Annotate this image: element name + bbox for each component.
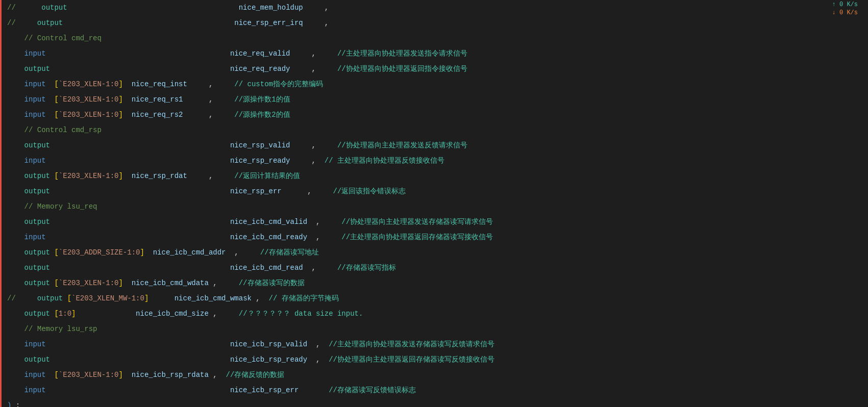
code-line: input [`E203_XLEN-1:0] nice_icb_rsp_rdat… — [7, 367, 868, 383]
token-comment-zh: // custom指令的完整编码 — [234, 77, 323, 92]
token-text-gray — [7, 138, 24, 153]
token-bracket: [ — [54, 77, 58, 92]
token-punctuation: , — [290, 153, 325, 168]
token-signal-name: nice_rsp_err_irq — [63, 15, 303, 31]
code-area[interactable]: // output nice_mem_holdup ,// output nic… — [2, 0, 868, 407]
token-text-gray — [16, 291, 37, 306]
token-comment-slash: // Control cmd_req — [24, 31, 102, 46]
token-bracket: ] — [118, 275, 122, 291]
code-line: output nice_icb_cmd_valid , //协处理器向主处理器发… — [7, 214, 868, 230]
code-line: // output nice_mem_holdup , — [7, 0, 868, 15]
code-line: output nice_icb_rsp_ready , //协处理器向主处理器返… — [7, 352, 868, 367]
token-signal-name: nice_icb_rsp_rdata — [123, 367, 209, 383]
token-signal-name: nice_icb_cmd_size — [76, 306, 208, 321]
token-text-gray — [16, 15, 37, 31]
token-text-gray — [7, 321, 24, 337]
token-text-gray — [50, 306, 54, 321]
token-text-gray — [7, 122, 24, 138]
token-bracket-content: `E203_XLEN-1:0 — [59, 92, 119, 107]
token-signal-name: nice_rsp_err — [50, 184, 282, 199]
token-kw-output: output — [37, 15, 63, 31]
token-bracket: ] — [118, 168, 122, 184]
token-text-gray — [16, 0, 41, 15]
code-line: input [`E203_XLEN-1:0] nice_req_rs2 , //… — [7, 107, 868, 122]
token-bracket: ] — [118, 367, 122, 383]
token-comment-slash: // Memory lsu_rsp — [24, 321, 97, 337]
token-comment-zh: //存储器读写地址 — [260, 245, 319, 260]
token-punctuation: , — [303, 15, 329, 31]
code-line: output [1:0] nice_icb_cmd_size , //？？？？？… — [7, 306, 868, 321]
token-comment-zh: //协处理器向主处理器发送反馈请求信号 — [337, 138, 467, 153]
token-text-gray — [7, 46, 24, 61]
token-bracket: ] — [144, 291, 148, 306]
token-punctuation: , — [209, 367, 226, 383]
token-signal-name: nice_req_inst — [123, 77, 187, 92]
token-bracket-content: `E203_XLEN-1:0 — [59, 275, 119, 291]
token-punctuation: , — [183, 107, 235, 122]
token-text-gray — [7, 230, 24, 245]
code-line: // Control cmd_rsp — [7, 122, 868, 138]
token-text-gray — [7, 107, 24, 122]
token-punctuation: , — [290, 61, 337, 77]
code-line: ) ; — [7, 398, 868, 407]
token-comment-zh: //主处理器向协处理器返回存储器读写接收信号 — [341, 230, 493, 245]
token-bracket-content: 1:0 — [59, 306, 71, 321]
token-signal-name: nice_rsp_ready — [46, 153, 290, 168]
token-signal-name: nice_req_rs2 — [123, 107, 183, 122]
token-punctuation: , — [307, 337, 329, 352]
download-speed: ↓ 0 K/s — [832, 9, 858, 16]
token-text-gray — [63, 291, 67, 306]
token-comment-zh: //返回计算结果的值 — [234, 168, 300, 184]
token-bracket: ] — [71, 306, 76, 321]
token-kw-input: input — [24, 46, 46, 61]
token-text-gray — [7, 383, 24, 398]
token-comment-slash: // — [7, 15, 16, 31]
token-bracket-content: `E203_XLEN-1:0 — [59, 77, 119, 92]
token-kw-input: input — [24, 383, 46, 398]
token-kw-input: input — [24, 230, 46, 245]
token-text-gray — [7, 367, 24, 383]
code-line: // Control cmd_req — [7, 31, 868, 46]
token-comment-slash: // Control cmd_rsp — [24, 122, 102, 138]
token-kw-output: output — [24, 352, 50, 367]
token-signal-name: nice_icb_cmd_read — [50, 260, 303, 275]
code-line: input nice_rsp_ready , // 主处理器向协处理器反馈接收信… — [7, 153, 868, 168]
token-bracket: [ — [54, 306, 58, 321]
token-kw-input: input — [24, 337, 46, 352]
token-text-gray — [7, 61, 24, 77]
code-line: input nice_icb_rsp_err //存储器读写反馈错误标志 — [7, 383, 868, 398]
token-comment-zh: //存储器读写的数据 — [239, 275, 305, 291]
token-comment-zh: //存储反馈的数据 — [226, 367, 285, 383]
token-text-gray — [7, 275, 24, 291]
token-kw-input: input — [24, 107, 46, 122]
token-text-gray — [7, 153, 24, 168]
token-signal-name: nice_icb_rsp_err — [46, 383, 299, 398]
code-line: // Memory lsu_rsp — [7, 321, 868, 337]
token-bracket-content: `E203_ADDR_SIZE-1:0 — [59, 245, 140, 260]
token-signal-name: nice_rsp_rdat — [123, 168, 187, 184]
token-bracket-content: `E203_XLEN-1:0 — [59, 107, 119, 122]
token-comment-zh: //协处理器向主处理器返回存储器读写反馈接收信号 — [329, 352, 494, 367]
token-comment-zh: //？？？？？？ data size input. — [239, 306, 363, 321]
token-punctuation: , — [252, 291, 269, 306]
token-kw-input: input — [24, 77, 46, 92]
token-signal-name: nice_icb_rsp_ready — [50, 352, 307, 367]
token-bracket: ] — [118, 77, 122, 92]
token-text-gray — [7, 168, 24, 184]
code-line: // output nice_rsp_err_irq , — [7, 15, 868, 31]
token-signal-name: nice_icb_cmd_addr — [144, 245, 226, 260]
token-signal-name: nice_rsp_valid — [50, 138, 290, 153]
token-text-gray — [7, 214, 24, 230]
token-punctuation: , — [282, 184, 333, 199]
token-kw-output: output — [37, 291, 63, 306]
token-signal-name: nice_icb_cmd_ready — [46, 230, 307, 245]
token-text-gray — [7, 306, 24, 321]
token-text-gray — [7, 184, 24, 199]
token-punctuation: , — [307, 214, 341, 230]
token-punctuation: , — [209, 275, 239, 291]
token-text-gray — [7, 77, 24, 92]
token-comment-zh: //源操作数2的值 — [234, 107, 290, 122]
token-kw-output: output — [24, 138, 50, 153]
token-comment-zh: //主处理器向协处理器发送指令请求信号 — [337, 46, 467, 61]
token-comment-slash: // Memory lsu_req — [24, 199, 97, 214]
